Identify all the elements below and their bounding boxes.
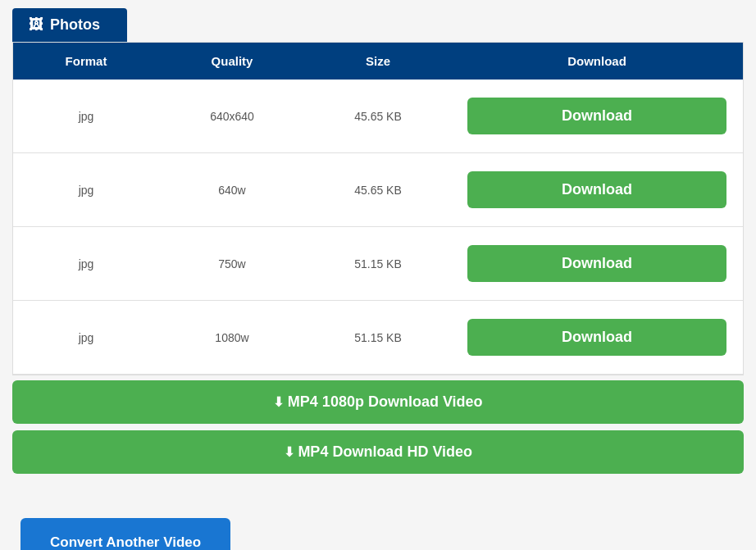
convert-section: Convert Another Video — [12, 518, 744, 550]
size-cell: 45.65 KB — [305, 98, 451, 134]
tab-photos[interactable]: 🖼 Photos — [12, 8, 127, 42]
quality-cell: 750w — [159, 246, 305, 282]
format-cell: jpg — [13, 98, 159, 134]
quality-cell: 640x640 — [159, 98, 305, 134]
photos-icon: 🖼 — [29, 16, 43, 34]
size-cell: 51.15 KB — [305, 320, 451, 356]
video-buttons-section: MP4 1080p Download Video MP4 Download HD… — [12, 375, 744, 485]
download-cell: Download — [451, 153, 743, 226]
results-table: Format Quality Size Download jpg 640x640… — [12, 42, 744, 375]
download-cell: Download — [451, 227, 743, 300]
mp4-hd-download-button[interactable]: MP4 Download HD Video — [12, 430, 744, 474]
table-row: jpg 1080w 51.15 KB Download — [13, 301, 743, 375]
convert-another-video-button[interactable]: Convert Another Video — [20, 518, 230, 550]
header-format: Format — [13, 43, 159, 80]
header-size: Size — [305, 43, 451, 80]
page-container: 🖼 Photos Format Quality Size Download jp… — [12, 8, 744, 550]
mp4-1080p-download-button[interactable]: MP4 1080p Download Video — [12, 380, 744, 424]
tab-bar: 🖼 Photos — [12, 8, 744, 42]
size-cell: 45.65 KB — [305, 172, 451, 208]
format-cell: jpg — [13, 246, 159, 282]
download-icon — [273, 393, 287, 410]
download-button[interactable]: Download — [467, 319, 726, 356]
header-quality: Quality — [159, 43, 305, 80]
download-button[interactable]: Download — [467, 245, 726, 282]
tab-label: Photos — [50, 16, 100, 34]
table-header-row: Format Quality Size Download — [13, 43, 743, 80]
table-row: jpg 640x640 45.65 KB Download — [13, 80, 743, 153]
download-button[interactable]: Download — [467, 171, 726, 208]
table-row: jpg 750w 51.15 KB Download — [13, 227, 743, 301]
table-row: jpg 640w 45.65 KB Download — [13, 153, 743, 227]
header-download: Download — [451, 43, 743, 80]
format-cell: jpg — [13, 320, 159, 356]
download-cell: Download — [451, 301, 743, 374]
quality-cell: 640w — [159, 172, 305, 208]
format-cell: jpg — [13, 172, 159, 208]
download-button[interactable]: Download — [467, 98, 726, 134]
download-cell: Download — [451, 80, 743, 152]
download-icon — [284, 443, 298, 460]
size-cell: 51.15 KB — [305, 246, 451, 282]
quality-cell: 1080w — [159, 320, 305, 356]
